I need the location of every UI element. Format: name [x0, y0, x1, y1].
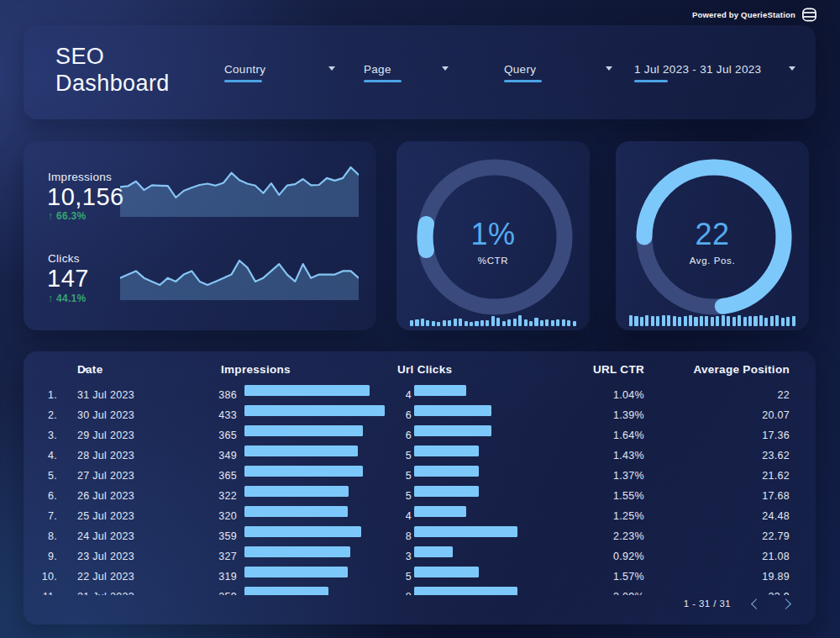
cell-url-clicks-value: 5	[391, 446, 412, 466]
cell-url-clicks-value: 5	[391, 567, 412, 587]
cell-average-position: 17.36	[644, 425, 790, 446]
mini-bar	[529, 321, 533, 326]
filter-query[interactable]: Query	[504, 61, 609, 95]
mini-bar	[513, 319, 517, 326]
cell-date: 21 Jul 2023	[77, 587, 134, 595]
cell-url-clicks-value: 4	[391, 385, 412, 405]
mini-bar	[486, 320, 489, 326]
impressions-value: 10,156	[47, 183, 124, 211]
topbar: Powered by QuerieStation	[692, 7, 817, 23]
cell-impressions-value: 433	[178, 405, 237, 425]
filter-page[interactable]: Page	[364, 61, 469, 95]
cell-row-index: 11.	[24, 587, 57, 595]
cell-impressions-value: 319	[178, 567, 237, 587]
mini-bar	[534, 318, 538, 326]
mini-bar	[662, 315, 665, 327]
cell-url-ctr: 1.64%	[523, 425, 644, 446]
mini-bar	[491, 316, 495, 326]
clicks-label: Clicks	[48, 252, 80, 265]
url-clicks-bar	[414, 425, 491, 436]
filter-date-range[interactable]: 1 Jul 2023 - 31 Jul 2023	[634, 61, 799, 95]
mini-bar	[573, 321, 576, 326]
seo-dashboard-page: { "brand": { "powered_by": "Powered by Q…	[0, 0, 840, 638]
cell-row-index: 1.	[24, 385, 57, 405]
mini-bar	[753, 316, 757, 326]
table-row: 4.28 Jul 202334951.43%23.62	[24, 446, 816, 466]
cell-url-ctr: 3.09%	[523, 587, 644, 595]
queriestation-logo-icon	[801, 7, 817, 23]
page-title: SEO Dashboard	[55, 44, 170, 98]
chevron-down-icon	[606, 66, 612, 71]
next-page-icon[interactable]	[780, 598, 791, 609]
impressions-bar	[244, 425, 363, 436]
cell-impressions-value: 359	[178, 526, 237, 546]
cell-average-position: 21.08	[644, 546, 790, 567]
impressions-sparkline-chart	[120, 165, 359, 217]
mini-bar	[410, 320, 413, 326]
cell-url-ctr: 1.43%	[523, 446, 644, 466]
clicks-delta: ↑ 44.1%	[48, 293, 86, 304]
cell-date: 26 Jul 2023	[77, 486, 134, 506]
cell-url-ctr: 1.37%	[523, 466, 644, 486]
cell-average-position: 23.62	[644, 446, 790, 466]
cell-row-index: 8.	[24, 526, 57, 546]
cell-url-clicks-value: 3	[391, 546, 412, 567]
filter-page-label: Page	[364, 63, 391, 76]
cell-date: 30 Jul 2023	[77, 405, 134, 425]
column-header-average-position: Average Position	[693, 363, 790, 376]
avg-pos-gauge-value: 22	[616, 217, 809, 252]
cell-date: 28 Jul 2023	[77, 446, 134, 466]
mini-bar	[673, 316, 676, 326]
clicks-sparkline-chart	[120, 258, 359, 300]
filter-query-label: Query	[504, 63, 536, 76]
mini-bar	[738, 315, 741, 326]
cell-impressions-value: 322	[178, 486, 237, 506]
impressions-bar	[244, 506, 348, 517]
chevron-down-icon	[789, 66, 795, 71]
column-header-impressions: Impressions	[221, 363, 291, 376]
cell-impressions-value: 259	[178, 587, 237, 595]
filter-country[interactable]: Country	[224, 61, 333, 95]
url-clicks-bar	[414, 546, 453, 557]
impressions-bar	[244, 405, 385, 416]
cell-average-position: 22.79	[644, 526, 790, 546]
mini-bar	[545, 319, 549, 326]
table-row: 1.31 Jul 202338641.04%22	[24, 385, 816, 405]
avg-pos-gauge-label: Avg. Pos.	[616, 256, 809, 266]
mini-bar	[507, 319, 511, 326]
cell-impressions-value: 386	[178, 385, 237, 405]
cell-row-index: 4.	[24, 446, 57, 466]
mini-bar	[770, 316, 774, 326]
scorecards-card: Impressions 10,156 ↑ 66.3% Clicks 147 ↑ …	[24, 141, 376, 330]
column-header-url-clicks: Url Clicks	[397, 363, 452, 376]
mini-bar	[415, 319, 418, 326]
column-header-date-label: Date	[77, 363, 102, 376]
cell-impressions-value: 349	[178, 446, 237, 466]
cell-average-position: 21.62	[644, 466, 790, 486]
filter-underline	[504, 80, 542, 82]
impressions-bar	[244, 466, 363, 477]
table-row: 8.24 Jul 202335982.23%22.79	[24, 526, 816, 546]
cell-date: 29 Jul 2023	[77, 425, 134, 446]
cell-url-ctr: 1.39%	[523, 405, 644, 425]
mini-bar	[475, 321, 478, 326]
mini-bar	[786, 317, 790, 326]
column-header-url-ctr: URL CTR	[593, 363, 644, 376]
mini-bar	[722, 315, 725, 326]
table-row: 9.23 Jul 202332730.92%21.08	[24, 546, 816, 567]
cell-row-index: 10.	[24, 567, 57, 587]
mini-bar	[556, 319, 559, 326]
mini-bar	[759, 315, 763, 326]
cell-row-index: 3.	[24, 425, 57, 446]
mini-bar	[764, 318, 768, 326]
url-clicks-bar	[414, 506, 466, 517]
column-header-date[interactable]: Date	[77, 363, 88, 376]
table-row: 3.29 Jul 202336561.64%17.36	[24, 425, 816, 446]
mini-bar	[743, 317, 747, 326]
filter-underline	[634, 80, 668, 82]
previous-page-icon[interactable]	[751, 598, 762, 609]
cell-average-position: 24.48	[644, 506, 790, 526]
cell-row-index: 7.	[24, 506, 57, 526]
cell-impressions-value: 327	[178, 546, 237, 567]
mini-bar	[645, 315, 648, 326]
